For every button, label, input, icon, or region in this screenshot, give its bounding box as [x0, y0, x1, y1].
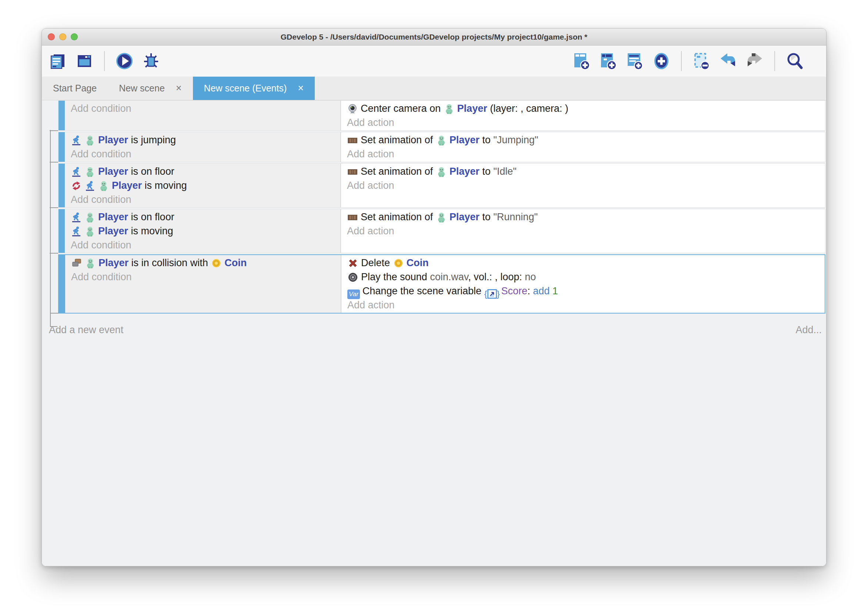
add-action-link[interactable]: Add action — [341, 115, 825, 130]
toolbar-left-group — [48, 51, 161, 71]
player-object-icon — [436, 166, 447, 177]
string-text: "Running" — [493, 211, 538, 223]
text: is moving — [128, 225, 173, 237]
scene-editor-icon[interactable] — [74, 51, 94, 71]
player-object-icon — [436, 212, 447, 223]
action-line[interactable]: Set animation of Player to "Jumping" — [341, 133, 825, 147]
animation-icon — [347, 166, 358, 177]
event-row[interactable]: Player is jumpingAdd conditionSet animat… — [58, 132, 826, 162]
events-sheet: Add conditionCenter camera on Player (la… — [42, 100, 826, 566]
close-icon[interactable]: × — [176, 83, 182, 94]
minimize-button[interactable] — [59, 33, 66, 40]
player-object-icon — [85, 135, 96, 146]
condition-line[interactable]: Player is on floor — [65, 210, 340, 224]
player-object-icon — [85, 212, 96, 223]
condition-line[interactable]: Player is moving — [65, 178, 340, 193]
debug-icon[interactable] — [141, 51, 161, 71]
events-list: Add conditionCenter camera on Player (la… — [58, 100, 826, 314]
event-row[interactable]: Player is on floorPlayer is movingAdd co… — [58, 163, 826, 208]
project-manager-icon[interactable] — [48, 51, 68, 71]
action-line[interactable]: Center camera on Player (layer: , camera… — [341, 101, 825, 115]
invert-condition-icon — [71, 180, 82, 192]
text: is on floor — [128, 166, 175, 177]
play-icon[interactable] — [115, 51, 134, 71]
text: Change the scene variable — [363, 285, 484, 297]
player-object-icon — [436, 135, 447, 146]
window-controls — [48, 28, 78, 45]
text: Set animation of — [361, 166, 436, 177]
event-highlight-bar — [58, 132, 65, 162]
add-condition-link[interactable]: Add condition — [65, 193, 340, 207]
conditions-cell: Player is jumpingAdd condition — [65, 132, 341, 162]
add-event-icon[interactable] — [571, 51, 591, 71]
add-action-link[interactable]: Add action — [341, 178, 825, 193]
search-icon[interactable] — [785, 51, 805, 71]
add-button[interactable]: Add... — [796, 322, 822, 337]
camera-icon — [347, 103, 358, 115]
tab-start-page[interactable]: Start Page — [42, 77, 108, 100]
add-condition-link[interactable]: Add condition — [65, 147, 340, 161]
close-button[interactable] — [48, 33, 55, 40]
events-footer: Add a new event Add... — [42, 322, 826, 337]
add-subevent-icon[interactable] — [598, 51, 618, 71]
add-condition-link[interactable]: Add condition — [65, 270, 341, 284]
platformer-behavior-icon — [71, 226, 82, 237]
add-action-link[interactable]: Add action — [341, 298, 825, 312]
add-condition-link[interactable]: Add condition — [65, 101, 340, 115]
condition-line[interactable]: Player is in collision with Coin — [65, 256, 341, 270]
text: : — [527, 285, 533, 297]
platformer-behavior-icon — [71, 166, 82, 177]
action-line[interactable]: Set animation of Player to "Idle" — [341, 164, 825, 178]
delete-event-icon[interactable] — [691, 51, 711, 71]
tab-new-scene[interactable]: New scene× — [108, 77, 193, 100]
add-new-event-link[interactable]: Add a new event — [49, 322, 123, 337]
action-line[interactable]: Delete Coin — [341, 256, 825, 270]
toolbar-separator — [681, 51, 682, 71]
tab-label: Start Page — [53, 83, 97, 94]
object-text: Coin — [407, 257, 429, 269]
conditions-cell: Add condition — [65, 101, 341, 130]
action-line[interactable]: Play the sound coin.wav, vol.: , loop: n… — [341, 270, 825, 284]
object-text: Player — [99, 257, 129, 269]
text: (layer: , camera: ) — [487, 103, 568, 114]
actions-cell: Center camera on Player (layer: , camera… — [341, 101, 825, 130]
toolbar-separator — [774, 51, 775, 71]
tab-new-scene-events[interactable]: New scene (Events)× — [193, 77, 315, 100]
text: is jumping — [128, 134, 176, 146]
tab-label: New scene (Events) — [204, 83, 287, 94]
platformer-behavior-icon — [85, 180, 96, 192]
close-icon[interactable]: × — [298, 83, 303, 94]
tab-label: New scene — [119, 83, 165, 94]
add-action-link[interactable]: Add action — [341, 147, 825, 161]
event-row[interactable]: Player is in collision with CoinAdd cond… — [58, 254, 826, 314]
zoom-button[interactable] — [71, 33, 78, 40]
event-highlight-bar — [59, 255, 65, 313]
add-comment-icon[interactable] — [625, 51, 645, 71]
text: Delete — [361, 257, 393, 269]
action-line[interactable]: VarChange the scene variable {}Score: ad… — [341, 284, 825, 298]
add-condition-link[interactable]: Add condition — [65, 238, 340, 252]
string-text: no — [525, 271, 536, 283]
condition-line[interactable]: Player is moving — [65, 224, 340, 238]
number-text: 1 — [552, 285, 558, 297]
actions-cell: Set animation of Player to "Jumping"Add … — [341, 132, 825, 162]
redo-icon[interactable] — [745, 51, 765, 71]
condition-line[interactable]: Player is on floor — [65, 164, 340, 178]
event-row[interactable]: Add conditionCenter camera on Player (la… — [58, 100, 826, 131]
event-row[interactable]: Player is on floorPlayer is movingAdd co… — [58, 209, 826, 253]
delete-icon — [348, 258, 359, 269]
text: to — [480, 166, 494, 177]
text: is on floor — [128, 211, 175, 223]
text: is in collision with — [129, 257, 211, 269]
object-text: Player — [457, 103, 487, 114]
platformer-behavior-icon — [71, 135, 82, 146]
condition-line[interactable]: Player is jumping — [65, 133, 340, 147]
conditions-cell: Player is on floorPlayer is movingAdd co… — [65, 209, 341, 253]
text — [550, 285, 552, 297]
add-circle-icon[interactable] — [651, 51, 671, 71]
undo-icon[interactable] — [718, 51, 738, 71]
player-object-icon — [98, 180, 109, 192]
add-action-link[interactable]: Add action — [341, 224, 825, 238]
toolbar-right-group — [571, 51, 805, 71]
action-line[interactable]: Set animation of Player to "Running" — [341, 210, 825, 224]
